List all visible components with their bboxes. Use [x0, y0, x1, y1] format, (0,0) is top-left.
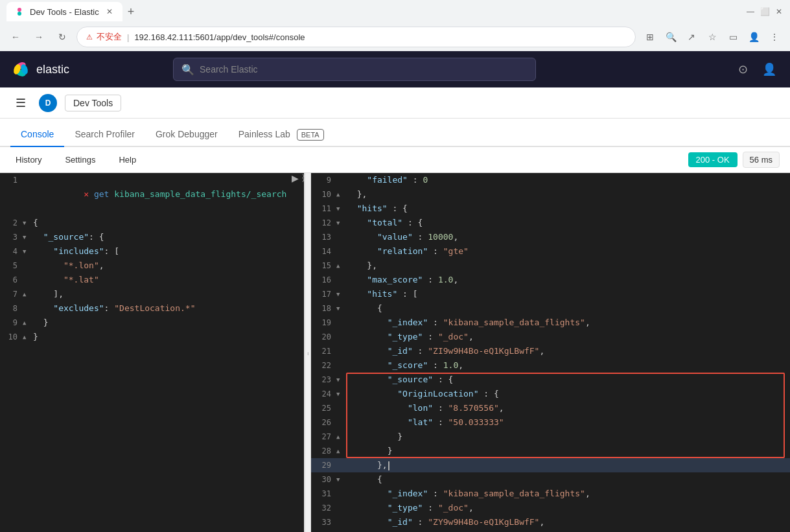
- output-line-16: 16 "max_score" : 1.0,: [311, 273, 790, 287]
- editor-content[interactable]: 1 ✕ get kibana_sample_data_flights/_sear…: [0, 173, 304, 532]
- editor-line-7: 7 ▲ ],: [0, 287, 304, 301]
- address-bar: ← → ↻ ⚠ 不安全 | 192.168.42.111:5601/app/de…: [0, 23, 790, 51]
- browser-chrome: Dev Tools - Elastic ✕ + — ⬜ ✕ ← → ↻ ⚠ 不安…: [0, 0, 790, 51]
- window-controls: — ⬜ ✕: [746, 7, 784, 16]
- breadcrumb-bar: ☰ D Dev Tools: [0, 87, 790, 119]
- settings-button[interactable]: Settings: [60, 152, 100, 167]
- browser-tab[interactable]: Dev Tools - Elastic ✕: [6, 2, 122, 21]
- output-line-18: 18 ▼ {: [311, 301, 790, 316]
- output-line-27: 27 ▲ }: [311, 430, 790, 444]
- output-line-23: 23 ▼ "_source" : {: [311, 373, 790, 387]
- tab-title: Dev Tools - Elastic: [30, 7, 99, 17]
- run-button[interactable]: ▶: [292, 173, 299, 183]
- output-line-13: 13 "value" : 10000,: [311, 230, 790, 244]
- svg-point-0: [17, 8, 21, 12]
- url-bar[interactable]: ⚠ 不安全 | 192.168.42.111:5601/app/dev_tool…: [76, 27, 636, 47]
- global-search-input[interactable]: [200, 64, 528, 75]
- translate-icon[interactable]: ⊞: [641, 28, 659, 46]
- security-icon: ⚠: [86, 33, 93, 41]
- app-header: elastic 🔍 ⊙ 👤: [0, 51, 790, 87]
- url-prefix: 不安全: [97, 31, 122, 43]
- time-badge: 56 ms: [743, 152, 780, 168]
- address-icons: ⊞ 🔍 ↗ ☆ ▭ 👤 ⋮: [641, 28, 784, 46]
- sidebar-toggle-icon[interactable]: ▭: [724, 28, 742, 46]
- output-line-21: 21 "_id" : "ZI9w9H4Bo-eQ1KgLBwfF",: [311, 344, 790, 358]
- editor-panel[interactable]: 1 ✕ get kibana_sample_data_flights/_sear…: [0, 173, 305, 532]
- url-text: 192.168.42.111:5601/app/dev_tools#/conso…: [134, 32, 305, 42]
- help-icon-button[interactable]: ⊙: [733, 59, 754, 80]
- history-button[interactable]: History: [10, 152, 47, 167]
- breadcrumb-devtools-button[interactable]: Dev Tools: [65, 95, 121, 111]
- zoom-icon[interactable]: 🔍: [662, 28, 680, 46]
- output-line-12: 12 ▼ "total" : {: [311, 216, 790, 230]
- tab-close-button[interactable]: ✕: [104, 6, 115, 17]
- output-line-14: 14 "relation" : "gte": [311, 244, 790, 259]
- copy-button[interactable]: ⛓: [301, 173, 304, 183]
- status-badge: 200 - OK: [688, 152, 738, 167]
- back-button[interactable]: ←: [6, 28, 25, 46]
- editor-line-2: 2 ▼ {: [0, 216, 304, 230]
- minimize-button[interactable]: —: [746, 7, 755, 16]
- line-actions-1: ▶ ⛓: [292, 173, 304, 183]
- elastic-logo: elastic: [10, 59, 69, 80]
- new-tab-button[interactable]: +: [122, 3, 140, 21]
- editor-line-10: 10 ▲ }: [0, 330, 304, 344]
- line-number-1: 1: [0, 173, 23, 187]
- user-icon-button[interactable]: 👤: [759, 59, 780, 80]
- editor-line-3: 3 ▼ "_source": {: [0, 230, 304, 244]
- line-content-1: ✕ get kibana_sample_data_flights/_search: [33, 173, 286, 216]
- tab-console[interactable]: Console: [10, 122, 64, 147]
- tab-painless-lab[interactable]: Painless Lab BETA: [228, 122, 334, 147]
- output-line-22: 22 "_score" : 1.0,: [311, 358, 790, 373]
- maximize-button[interactable]: ⬜: [760, 7, 769, 16]
- logo-icon: [10, 59, 31, 80]
- global-search-bar[interactable]: 🔍: [173, 58, 536, 81]
- main-content: 1 ✕ get kibana_sample_data_flights/_sear…: [0, 173, 790, 532]
- refresh-button[interactable]: ↻: [53, 28, 71, 46]
- red-bordered-section: 23 ▼ "_source" : { 24 ▼ "OriginLocation"…: [311, 373, 790, 458]
- editor-line-8: 8 "excludes": "DestLocation.*": [0, 301, 304, 316]
- editor-line-4: 4 ▼ "includes": [: [0, 244, 304, 259]
- editor-line-9: 9 ▲ }: [0, 316, 304, 330]
- output-line-24: 24 ▼ "OriginLocation" : {: [311, 387, 790, 401]
- tab-search-profiler[interactable]: Search Profiler: [64, 122, 145, 147]
- logo-text: elastic: [36, 63, 69, 76]
- output-line-19: 19 "_index" : "kibana_sample_data_flight…: [311, 316, 790, 330]
- output-line-32: 32 "_type" : "_doc",: [311, 501, 790, 515]
- output-line-26: 26 "lat" : "50.033333": [311, 415, 790, 430]
- editor-line-6: 6 "*.lat": [0, 273, 304, 287]
- output-line-10: 10 ▲ },: [311, 187, 790, 202]
- bookmark-icon[interactable]: ☆: [703, 28, 721, 46]
- hamburger-menu-button[interactable]: ☰: [10, 93, 31, 113]
- tab-grok-debugger[interactable]: Grok Debugger: [145, 122, 228, 147]
- output-line-11: 11 ▼ "hits" : {: [311, 202, 790, 216]
- output-line-15: 15 ▲ },: [311, 259, 790, 273]
- output-line-29: 29 },: [311, 458, 790, 472]
- output-line-30: 30 ▼ {: [311, 472, 790, 487]
- output-line-31: 31 "_index" : "kibana_sample_data_flight…: [311, 487, 790, 501]
- tab-navigation: Console Search Profiler Grok Debugger Pa…: [0, 119, 790, 147]
- output-panel[interactable]: 9 "failed" : 0 10 ▲ }, 11 ▼ "hits" : { 1…: [311, 173, 790, 532]
- user-avatar: D: [39, 94, 57, 112]
- profile-icon[interactable]: 👤: [745, 28, 763, 46]
- error-icon: ✕: [84, 189, 94, 199]
- output-line-28: 28 ▲ }: [311, 444, 790, 458]
- menu-icon[interactable]: ⋮: [765, 28, 784, 46]
- output-line-9: 9 "failed" : 0: [311, 173, 790, 187]
- editor-line-1: 1 ✕ get kibana_sample_data_flights/_sear…: [0, 173, 304, 216]
- panel-resize-handle[interactable]: · · ·: [305, 173, 311, 532]
- forward-button[interactable]: →: [30, 28, 48, 46]
- help-button[interactable]: Help: [113, 152, 141, 167]
- close-button[interactable]: ✕: [774, 7, 784, 16]
- toolbar: History Settings Help 200 - OK 56 ms: [0, 147, 790, 173]
- output-line-33: 33 "_id" : "ZY9w9H4Bo-eQ1KgLBwfF",: [311, 515, 790, 529]
- output-line-34: 34 "_score" : 1.0,: [311, 529, 790, 532]
- share-icon[interactable]: ↗: [682, 28, 701, 46]
- title-bar: Dev Tools - Elastic ✕ + — ⬜ ✕: [0, 0, 790, 23]
- tab-favicon: [14, 6, 25, 17]
- editor-line-5: 5 "*.lon",: [0, 259, 304, 273]
- output-line-25: 25 "lon" : "8.570556",: [311, 401, 790, 415]
- header-icon-group: ⊙ 👤: [733, 59, 780, 80]
- search-icon: 🔍: [181, 64, 194, 76]
- beta-badge: BETA: [297, 129, 324, 141]
